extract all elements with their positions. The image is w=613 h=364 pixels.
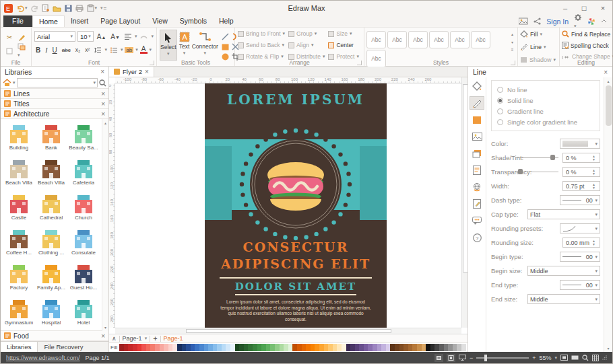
palette-swatch[interactable] [191, 344, 195, 351]
slider-control[interactable] [515, 153, 558, 163]
radio-no-line[interactable]: No line [497, 84, 594, 95]
library-shape-guest-ho[interactable]: Guest Ho... [67, 262, 100, 297]
value-spinner[interactable]: 0 %▲ ▼ [562, 153, 600, 163]
library-home-icon[interactable] [3, 79, 11, 87]
library-shape-beach-villa[interactable]: Beach Villa [35, 157, 67, 192]
grid-toggle-icon[interactable] [592, 355, 599, 361]
line-style-dropdown[interactable]: 00▾ [560, 252, 600, 262]
fit-width-icon[interactable] [571, 355, 579, 360]
palette-swatch[interactable] [439, 344, 444, 351]
palette-swatch[interactable] [128, 344, 133, 351]
normal-view-icon[interactable] [434, 354, 443, 362]
spelling-check-button[interactable]: Spelling Check [562, 42, 610, 49]
palette-swatch[interactable] [186, 344, 191, 351]
page-select[interactable]: Page-1 [123, 335, 142, 342]
shape-panel-icon[interactable] [470, 113, 484, 126]
palette-swatch[interactable] [213, 344, 218, 351]
page-edit-panel-icon[interactable] [470, 197, 484, 211]
value-spinner[interactable]: 0 %▲ ▼ [562, 167, 600, 177]
library-section-titles[interactable]: Titles× [1, 98, 108, 109]
superscript-button[interactable]: x² [84, 46, 91, 53]
decrease-font-icon[interactable]: A▼ [109, 33, 121, 40]
sidebar-close-icon[interactable]: × [100, 68, 104, 75]
radio-solid-line[interactable]: Solid line [497, 95, 594, 106]
palette-swatch[interactable] [195, 344, 199, 351]
close-button[interactable]: × [593, 1, 612, 15]
palette-swatch[interactable] [239, 344, 244, 351]
page-tab-active[interactable]: Page-1 [164, 335, 183, 342]
palette-swatch[interactable] [292, 344, 297, 351]
palette-swatch[interactable] [430, 344, 435, 351]
library-shape-factory[interactable]: Factory [3, 262, 35, 297]
menu-tab-insert[interactable]: Insert [65, 15, 94, 27]
menu-tab-page-layout[interactable]: Page Layout [94, 15, 146, 27]
zoom-level[interactable]: 55% [539, 355, 551, 361]
palette-swatch[interactable] [150, 344, 155, 351]
zoom-dropdown-icon[interactable]: ▾ [554, 355, 557, 361]
slider-thumb[interactable] [550, 155, 555, 160]
palette-swatch[interactable] [172, 344, 177, 351]
align-text-icon[interactable] [123, 34, 133, 40]
comment-panel-icon[interactable] [470, 214, 484, 227]
fullscreen-view-icon[interactable] [447, 354, 455, 362]
palette-swatch[interactable] [306, 344, 311, 351]
style-preset-4[interactable]: Abc [429, 31, 449, 48]
line-spacing-icon[interactable] [93, 47, 102, 53]
palette-swatch[interactable] [390, 344, 395, 351]
fit-page-icon[interactable] [560, 355, 568, 361]
canvas-horizontal-scrollbar[interactable] [115, 328, 461, 334]
library-shape-gymnasium[interactable]: Gymnasium [3, 297, 35, 331]
line-style-dropdown[interactable]: 00▾ [560, 280, 600, 290]
palette-swatch[interactable] [417, 344, 422, 351]
menu-tab-symbols[interactable]: Symbols [174, 15, 213, 27]
palette-swatch[interactable] [164, 344, 168, 351]
value-spinner[interactable]: 0.00 mm▲ ▼ [562, 238, 600, 248]
strikethrough-button[interactable]: abc [61, 47, 72, 53]
palette-swatch[interactable] [381, 344, 386, 351]
palette-swatch[interactable] [377, 344, 382, 351]
line-panel-icon[interactable] [470, 96, 484, 110]
zoom-out-button[interactable]: − [470, 355, 473, 361]
palette-swatch[interactable] [244, 344, 249, 351]
style-preset-5[interactable]: Abc [450, 31, 470, 48]
shadow-button[interactable]: Shadow▾ [520, 57, 557, 63]
palette-swatch[interactable] [333, 344, 337, 351]
palette-swatch[interactable] [404, 344, 408, 351]
arrange-dialog-launcher[interactable] [357, 61, 362, 65]
palette-swatch[interactable] [412, 344, 417, 351]
library-shape-coffee-h[interactable]: Coffee H... [3, 227, 35, 262]
library-scrollbar[interactable]: ▴▾ [102, 119, 108, 331]
edrawsoft-link[interactable]: https://www.edrawsoft.com/ [6, 355, 80, 361]
palette-swatch[interactable] [168, 344, 173, 351]
undo-button[interactable]: ▾ [16, 5, 28, 12]
library-shape-beach-villa[interactable]: Beach Villa [3, 157, 35, 192]
resize-grip[interactable] [602, 355, 607, 360]
spinner-arrows[interactable]: ▲ ▼ [592, 153, 599, 162]
paste-icon[interactable] [6, 47, 13, 54]
note-panel-icon[interactable] [470, 163, 484, 177]
style-preset-2[interactable]: Abc [387, 31, 407, 48]
palette-swatch[interactable] [346, 344, 351, 351]
palette-swatch[interactable] [222, 344, 226, 351]
palette-swatch[interactable] [408, 344, 413, 351]
palette-swatch[interactable] [248, 344, 253, 351]
palette-swatch[interactable] [235, 344, 240, 351]
search-icon[interactable] [99, 79, 106, 87]
palette-swatch[interactable] [359, 344, 364, 351]
palette-swatch[interactable] [230, 344, 235, 351]
font-dialog-launcher[interactable] [150, 61, 154, 65]
dropdown-select[interactable]: Middle▾ [527, 266, 600, 276]
food-close-icon[interactable]: × [101, 332, 105, 340]
tab-libraries[interactable]: Libraries [1, 342, 38, 352]
minimize-button[interactable]: – [556, 1, 575, 15]
value-spinner[interactable]: 0.75 pt▲ ▼ [562, 181, 600, 191]
palette-swatch[interactable] [217, 344, 222, 351]
palette-swatch[interactable] [119, 344, 124, 351]
collapse-ribbon-icon[interactable] [601, 19, 607, 24]
palette-swatch[interactable] [426, 344, 430, 351]
document-tab-close-icon[interactable]: × [145, 68, 149, 75]
format-painter-icon[interactable] [18, 34, 26, 41]
palette-swatch[interactable] [319, 344, 324, 351]
palette-swatch[interactable] [399, 344, 404, 351]
palette-swatch[interactable] [324, 344, 329, 351]
